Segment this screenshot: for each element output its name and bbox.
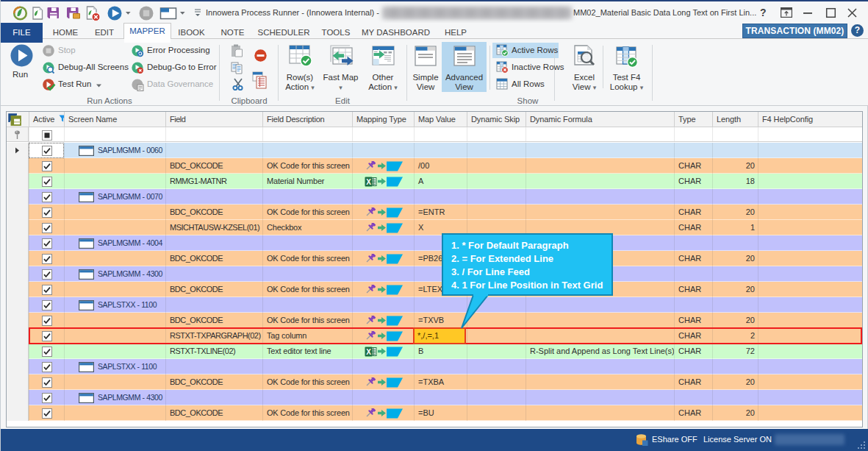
svg-text:X: X	[366, 347, 371, 355]
svg-text:X: X	[366, 177, 371, 185]
